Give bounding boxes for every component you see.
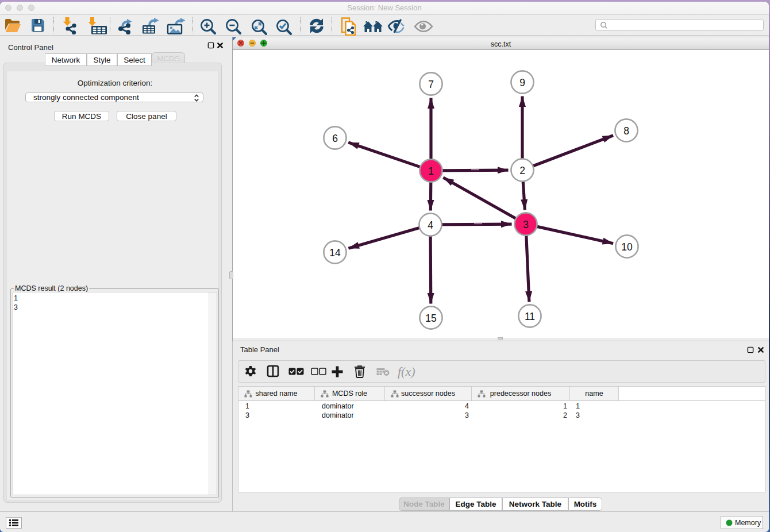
svg-text:15: 15 — [425, 313, 436, 324]
svg-text:7: 7 — [428, 79, 434, 90]
svg-text:14: 14 — [329, 247, 341, 259]
svg-text:2: 2 — [519, 165, 525, 176]
svg-text:4: 4 — [428, 219, 433, 231]
svg-text:1: 1 — [428, 165, 434, 177]
svg-text:11: 11 — [525, 311, 535, 322]
svg-text:10: 10 — [621, 241, 633, 253]
svg-text:8: 8 — [623, 125, 629, 137]
svg-text:3: 3 — [523, 219, 529, 230]
svg-text:9: 9 — [519, 77, 525, 88]
svg-text:6: 6 — [332, 133, 338, 144]
